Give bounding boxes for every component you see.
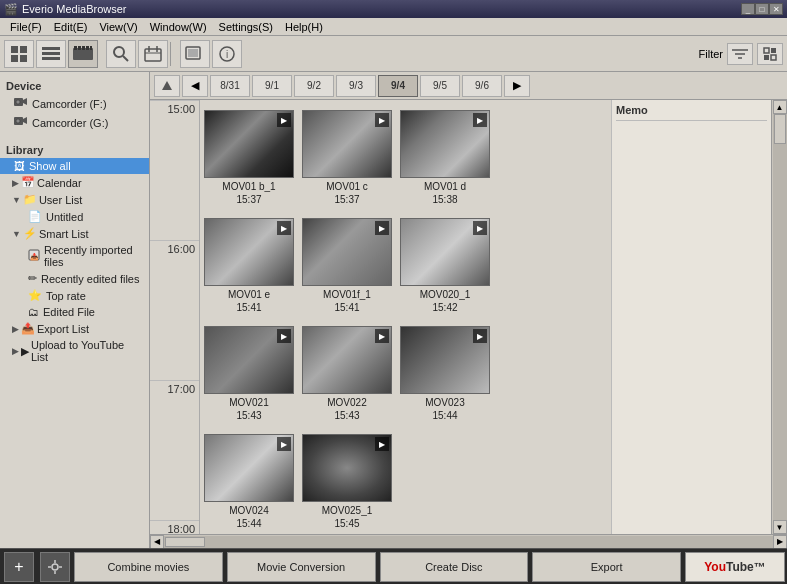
list-item[interactable]: ▶ MOV02315:44 (400, 326, 490, 422)
menu-bar: File(F) Edit(E) View(V) Window(W) Settin… (0, 18, 787, 36)
thumb-mov01e: ▶ (204, 218, 294, 286)
combine-movies-button[interactable]: Combine movies (74, 552, 223, 582)
media-row-4: ▶ MOV02415:44 ▶ MOV025_115:45 (204, 428, 607, 534)
thumb-mov01f1: ▶ (302, 218, 392, 286)
sidebar-item-toprate[interactable]: ⭐ Top rate (0, 287, 149, 304)
nav-tab-94[interactable]: 9/4 (378, 75, 418, 97)
untitled-icon: 📄 (28, 210, 42, 223)
list-item[interactable]: ▶ MOV01 d15:38 (400, 110, 490, 206)
media-label-mov023: MOV02315:44 (425, 396, 464, 422)
minimize-button[interactable]: _ (741, 3, 755, 15)
sidebar-item-camcorder-g[interactable]: Camcorder (G:) (0, 113, 149, 132)
media-row-2: ▶ MOV01 e15:41 ▶ MOV01f_115:41 (204, 212, 607, 320)
add-button[interactable]: + (4, 552, 34, 582)
list-item[interactable]: ▶ MOV02115:43 (204, 326, 294, 422)
calendar-btn[interactable] (138, 40, 168, 68)
tools-button[interactable] (40, 552, 70, 582)
svg-rect-15 (145, 49, 161, 61)
smartlist-label: Smart List (39, 228, 89, 240)
menu-window[interactable]: Window(W) (144, 20, 213, 34)
scroll-left-arrow[interactable]: ◀ (150, 535, 164, 549)
video-icon: ▶ (277, 221, 291, 235)
filter-sort-btn[interactable] (727, 43, 753, 65)
view-list-btn[interactable] (36, 40, 66, 68)
nav-up-button[interactable] (154, 75, 180, 97)
view-filmstrip-btn[interactable] (68, 40, 98, 68)
nav-next-button[interactable]: ▶ (504, 75, 530, 97)
list-item[interactable]: ▶ MOV01 e15:41 (204, 218, 294, 314)
svg-point-32 (16, 100, 20, 104)
sidebar-item-camcorder-f[interactable]: Camcorder (F:) (0, 94, 149, 113)
export-button[interactable]: Export (532, 552, 681, 582)
sidebar-item-export[interactable]: ▶ 📤 Export List (0, 320, 149, 337)
menu-settings[interactable]: Settings(S) (213, 20, 279, 34)
create-disc-button[interactable]: Create Disc (380, 552, 529, 582)
sidebar-item-showall[interactable]: 🖼 Show all (0, 158, 149, 174)
list-item[interactable]: ▶ MOV01 c15:37 (302, 110, 392, 206)
close-button[interactable]: ✕ (769, 3, 783, 15)
svg-rect-29 (771, 55, 776, 60)
sidebar-item-recent-import[interactable]: 📥 Recently imported files (0, 242, 149, 270)
media-label-mov0251: MOV025_115:45 (322, 504, 373, 530)
grid-area: ▶ MOV01 b_115:37 ▶ MOV01 c15:37 (200, 100, 611, 534)
svg-rect-12 (90, 46, 92, 50)
filter-label: Filter (699, 48, 723, 60)
vertical-scrollbar[interactable]: ▲ ▼ (771, 100, 787, 534)
nav-tab-96[interactable]: 9/6 (462, 75, 502, 97)
maximize-button[interactable]: □ (755, 3, 769, 15)
recent-import-label: Recently imported files (44, 244, 143, 268)
menu-view[interactable]: View(V) (93, 20, 143, 34)
sidebar-item-edited-file[interactable]: 🗂 Edited File (0, 304, 149, 320)
movie-conversion-button[interactable]: Movie Conversion (227, 552, 376, 582)
youtube-button[interactable]: YouTube™ (685, 552, 785, 582)
thumb-mov021: ▶ (204, 326, 294, 394)
nav-prev-button[interactable]: ◀ (182, 75, 208, 97)
sidebar-item-youtube[interactable]: ▶ ▶ Upload to YouTube List (0, 337, 149, 365)
list-item[interactable]: ▶ MOV01f_115:41 (302, 218, 392, 314)
sidebar-item-untitled[interactable]: 📄 Untitled (0, 208, 149, 225)
svg-line-14 (123, 56, 128, 61)
nav-tab-95[interactable]: 9/5 (420, 75, 460, 97)
sidebar-item-smartlist[interactable]: ▼ ⚡ Smart List (0, 225, 149, 242)
scroll-down-arrow[interactable]: ▼ (773, 520, 787, 534)
menu-help[interactable]: Help(H) (279, 20, 329, 34)
recent-edited-icon: ✏ (28, 272, 37, 285)
recent-edited-label: Recently edited files (41, 273, 139, 285)
nav-tab-93[interactable]: 9/3 (336, 75, 376, 97)
scroll-right-arrow[interactable]: ▶ (773, 535, 787, 549)
search-btn[interactable] (106, 40, 136, 68)
svg-rect-28 (764, 55, 769, 60)
menu-edit[interactable]: Edit(E) (48, 20, 94, 34)
menu-file[interactable]: File(F) (4, 20, 48, 34)
list-item[interactable]: ▶ MOV02215:43 (302, 326, 392, 422)
sidebar-item-calendar[interactable]: ▶ 📅 Calendar (0, 174, 149, 191)
info-btn[interactable]: i (212, 40, 242, 68)
video-icon: ▶ (375, 437, 389, 451)
h-scroll-track[interactable] (164, 536, 773, 548)
nav-tab-92[interactable]: 9/2 (294, 75, 334, 97)
list-item[interactable]: ▶ MOV02415:44 (204, 434, 294, 530)
toolbar: i Filter (0, 36, 787, 72)
scroll-track[interactable] (773, 114, 787, 520)
list-item[interactable]: ▶ MOV01 b_115:37 (204, 110, 294, 206)
export-btn[interactable] (180, 40, 210, 68)
media-row-3: ▶ MOV02115:43 ▶ MOV02215:43 (204, 320, 607, 428)
sidebar-item-recent-edited[interactable]: ✏ Recently edited files (0, 270, 149, 287)
nav-tab-91[interactable]: 9/1 (252, 75, 292, 97)
scroll-up-arrow[interactable]: ▲ (773, 100, 787, 114)
svg-marker-31 (23, 98, 27, 105)
filter-toggle-btn[interactable] (757, 43, 783, 65)
horizontal-scrollbar[interactable]: ◀ ▶ (150, 534, 787, 548)
svg-point-39 (52, 564, 58, 570)
showall-icon: 🖼 (14, 160, 25, 172)
memo-panel: Memo (611, 100, 771, 534)
h-scroll-thumb[interactable] (165, 537, 205, 547)
list-item[interactable]: ▶ MOV025_115:45 (302, 434, 392, 530)
scroll-thumb[interactable] (774, 114, 786, 144)
thumb-mov023: ▶ (400, 326, 490, 394)
nav-tab-831[interactable]: 8/31 (210, 75, 250, 97)
list-item[interactable]: ▶ MOV020_115:42 (400, 218, 490, 314)
video-icon: ▶ (375, 113, 389, 127)
view-grid-btn[interactable] (4, 40, 34, 68)
sidebar-item-userlist[interactable]: ▼ 📁 User List (0, 191, 149, 208)
